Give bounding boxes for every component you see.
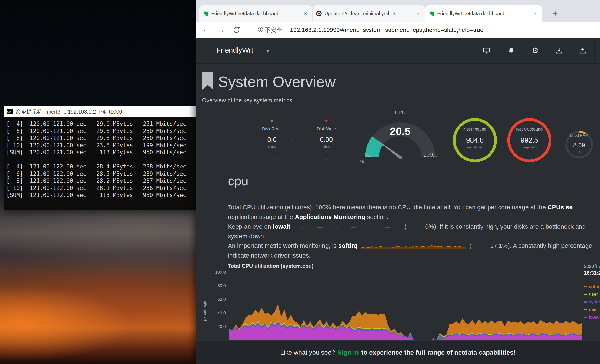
section-heading-cpu: cpu [228, 174, 249, 188]
gauge-min: 0.0 [358, 151, 379, 158]
legend-label: iowait [589, 315, 600, 320]
terminal-titlebar[interactable]: C:\_ 命令提示符 - iperf3 -c 192.168.1.2 -P4 -… [4, 106, 196, 117]
gauge-net-inbound[interactable]: Net Inbound 984.8 megabits/s [451, 116, 499, 164]
url-field[interactable]: 192.168.2.1:19999/#menu_system_submenu_c… [290, 27, 600, 33]
signin-text-post: to experience the full-range of netdata … [361, 349, 516, 356]
header-divider [209, 38, 209, 63]
gauge-unit: MiB/s [303, 145, 350, 148]
gauge-label: Disk Write [303, 127, 350, 131]
gauge-max: 100.0 [418, 151, 443, 158]
tab-netdata-2-active[interactable]: FriendlyWrt netdata dashboard × [425, 5, 542, 22]
tab-github[interactable]: Update r2s_lean_minimal.yml · k × [313, 5, 425, 22]
gauge-net-outbound[interactable]: Net Outbound 992.5 megabits/s [506, 116, 553, 164]
legend-label: system [589, 299, 600, 304]
disk-write-dot [325, 120, 328, 122]
gauge-unit: % [356, 159, 368, 164]
legend-item-user[interactable]: user [584, 292, 598, 297]
tab-netdata-1[interactable]: FriendlyWrt netdata dashboard × [199, 5, 312, 22]
softirq-sparkline[interactable] [361, 242, 466, 250]
tab-divider [425, 9, 425, 18]
reload-icon[interactable] [232, 25, 241, 35]
signin-banner: Like what you see? Sign in to experience… [196, 340, 600, 364]
terminal-output[interactable]: [ 4] 120.00-121.00 sec 29.9 MBytes 251 M… [4, 117, 196, 210]
gauge-label: Disk Read [249, 127, 295, 131]
security-label[interactable]: 不安全 [265, 26, 282, 34]
new-tab-button[interactable]: + [549, 8, 561, 19]
gauge-disk-write[interactable]: Disk Write 0.00 MiB/s [303, 117, 350, 164]
y-axis-tick: 20.0 [205, 324, 226, 329]
y-axis-tick: 40.0 [205, 311, 226, 316]
settings-gear-icon[interactable]: ⚙ [531, 46, 540, 55]
tab-title: Update r2s_lean_minimal.yml · k [324, 11, 412, 17]
y-axis-label: percentage [202, 296, 207, 326]
tab-close-icon[interactable]: × [415, 10, 422, 17]
terminal-line: [ 6] 120.00-121.00 sec 29.8 MBytes 250 M… [6, 128, 196, 135]
netdata-favicon [203, 11, 209, 17]
brand-dropdown[interactable]: FriendlyWrt [216, 46, 253, 54]
display-mode-icon[interactable] [482, 46, 491, 55]
terminal-line: [ 4] 120.00-121.00 sec 29.9 MBytes 251 M… [6, 121, 196, 128]
legend-item-softirq[interactable]: softirq [584, 284, 600, 289]
back-icon[interactable]: ← [201, 25, 210, 35]
gauge-unit: megabits/s [506, 146, 553, 149]
gauge-value: 8.09 [563, 142, 595, 149]
legend-item-system[interactable]: system [584, 299, 600, 304]
forward-icon[interactable]: → [216, 25, 226, 35]
import-download-icon[interactable] [555, 46, 563, 55]
terminal-line: [ 4] 121.00-122.00 sec 28.4 MBytes 238 M… [6, 163, 196, 170]
gauge-disk-read[interactable]: Disk Read 0.0 MiB/s [249, 117, 295, 164]
header-divider [277, 38, 277, 63]
gauge-unit: megabits/s [451, 146, 499, 149]
iowait-sparkline[interactable] [294, 224, 400, 230]
terminal-line: [SUM] 120.00-121.00 sec 113 MBytes 950 M… [6, 149, 196, 156]
site-info-icon[interactable] [257, 26, 264, 34]
terminal-line: [ 6] 121.00-122.00 sec 28.5 MBytes 239 M… [6, 170, 196, 178]
header-divider [571, 38, 571, 63]
export-upload-icon[interactable] [579, 46, 587, 55]
legend-label: user [589, 292, 598, 297]
cpu-description-line: An important metric worth monitoring, is… [228, 242, 592, 250]
tab-divider [312, 9, 312, 18]
signin-link[interactable]: Sign in [338, 349, 359, 356]
reload-glyph [233, 26, 240, 34]
cmd-icon: C:\_ [7, 109, 13, 114]
header-divider [547, 38, 547, 63]
y-axis-tick: 60.0 [205, 297, 226, 302]
cpu-description-line: system down. [228, 233, 265, 240]
gauge-label: Net Inbound [451, 127, 499, 132]
cpu-utilization-chart[interactable] [229, 272, 582, 341]
legend-item-nice[interactable]: nice [584, 307, 598, 312]
tab-close-icon[interactable]: × [532, 10, 538, 17]
cpu-description-line: Keep an eye on iowait (0%). If it is con… [228, 223, 586, 230]
alarms-bell-icon[interactable] [507, 46, 516, 55]
terminal-line: [ 8] 120.00-121.00 sec 29.8 MBytes 250 M… [6, 135, 196, 142]
desktop-wallpaper: C:\_ 命令提示符 - iperf3 -c 192.168.1.2 -P4 -… [0, 0, 196, 364]
chart-date-label: 2020年3 [584, 263, 600, 269]
gauge-value: 0.0 [249, 136, 295, 144]
netdata-header: FriendlyWrt ▾ ⚙ [196, 38, 600, 64]
legend-item-iowait[interactable]: iowait [584, 315, 600, 320]
tab-title: FriendlyWrt netdata dashboard [437, 11, 529, 17]
terminal-line: [ 10] 121.00-122.00 sec 28.1 MBytes 236 … [6, 185, 196, 192]
gauge-value: 992.5 [506, 136, 553, 144]
cpu-description-line: application usage at the Applications Mo… [228, 214, 388, 221]
tab-close-icon[interactable]: × [302, 10, 309, 17]
netdata-favicon [429, 11, 435, 17]
legend-label: nice [589, 307, 598, 312]
y-axis-tick: 100.0 [205, 270, 226, 275]
signin-text-pre: Like what you see? [281, 349, 335, 356]
github-favicon [316, 11, 322, 17]
chart-title: Total CPU utilization (system.cpu) [228, 263, 313, 269]
cpu-description-line: Total CPU utilization (all cores). 100% … [228, 204, 572, 211]
terminal-line: [ 10] 120.00-121.00 sec 23.8 MBytes 199 … [6, 142, 196, 149]
gauge-unit: MiB/s [249, 145, 295, 148]
legend-swatch [584, 294, 587, 295]
cpus-section-link[interactable]: CPUs se [547, 204, 572, 211]
address-bar: ← → 不安全 192.168.2.1:19999/#menu_system_s… [196, 22, 600, 38]
gauge-used-ram[interactable]: Used RAM 8.09 % [563, 129, 595, 161]
gauge-cpu[interactable]: CPU 20.5 0.0 100.0 % [358, 107, 443, 165]
terminal-line: [SUM] 121.00-122.00 sec 113 MBytes 950 M… [6, 192, 196, 199]
gauge-value: 984.8 [451, 136, 499, 144]
applications-monitoring-link[interactable]: Applications Monitoring [295, 214, 365, 220]
terminal-window: C:\_ 命令提示符 - iperf3 -c 192.168.1.2 -P4 -… [4, 106, 196, 210]
